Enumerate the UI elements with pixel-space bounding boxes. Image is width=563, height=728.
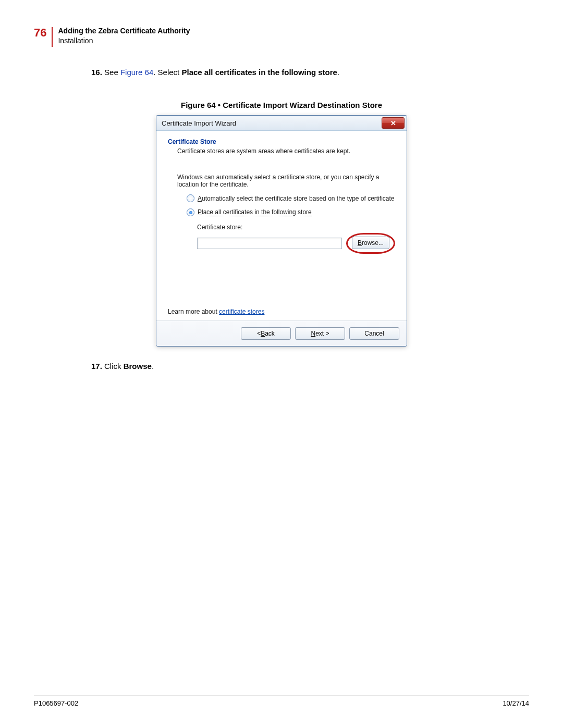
page-footer: P1065697-002 10/27/14 [34, 696, 529, 707]
certificate-store-subtext: Certificate stores are system areas wher… [177, 147, 395, 155]
close-icon: ✕ [390, 119, 396, 127]
next-accel: N [311, 330, 315, 337]
cancel-button[interactable]: Cancel [349, 327, 399, 340]
dialog-title: Certificate Import Wizard [162, 119, 382, 127]
browse-button[interactable]: Browse... [352, 237, 389, 249]
dialog-titlebar: Certificate Import Wizard ✕ [156, 116, 407, 131]
radio-icon-checked [187, 208, 194, 216]
doc-id: P1065697-002 [34, 699, 78, 707]
step-16-end: . [337, 68, 339, 77]
certificate-store-input[interactable] [197, 238, 342, 249]
browse-accel: B [358, 239, 362, 246]
learn-more-link[interactable]: certificate stores [219, 308, 264, 315]
chapter-title: Adding the Zebra Certificate Authority [58, 26, 190, 36]
next-button[interactable]: Next > [295, 327, 345, 340]
step-17-bold: Browse [124, 362, 152, 371]
close-button[interactable]: ✕ [382, 117, 405, 129]
radio-dot-icon [189, 211, 192, 214]
learn-more-row: Learn more about certificate stores [168, 308, 395, 315]
browse-label: rowse... [362, 239, 384, 246]
step-16: 16. See Figure 64. Select Place all cert… [91, 67, 529, 78]
page-number: 76 [34, 26, 46, 40]
step-17-number: 17. [91, 362, 102, 371]
certificate-store-paragraph: Windows can automatically select a certi… [177, 174, 395, 188]
step-16-mid: . Select [153, 68, 181, 77]
certificate-import-wizard-dialog: Certificate Import Wizard ✕ Certificate … [156, 116, 407, 346]
dialog-footer: < Back Next > Cancel [156, 320, 407, 346]
browse-highlight-oval: Browse... [346, 233, 395, 254]
back-button[interactable]: < Back [241, 327, 291, 340]
certificate-store-row: Browse... [197, 233, 395, 254]
section-title: Installation [58, 36, 190, 46]
radio-place-label: lace all certificates in the following s… [202, 208, 312, 216]
header-divider [52, 27, 53, 47]
dialog-body: Certificate Store Certificate stores are… [156, 131, 407, 320]
radio-auto-accel: A [198, 195, 202, 202]
certificate-store-label: Certificate store: [197, 224, 395, 231]
step-17: 17. Click Browse. [91, 362, 529, 371]
header-text: Adding the Zebra Certificate Authority I… [58, 26, 190, 46]
page-header: 76 Adding the Zebra Certificate Authorit… [34, 26, 529, 47]
radio-place-accel: P [198, 208, 202, 216]
radio-auto-select[interactable]: Automatically select the certificate sto… [187, 194, 395, 202]
radio-place-all[interactable]: Place all certificates in the following … [187, 208, 395, 216]
next-rest: ext > [315, 330, 329, 337]
radio-auto-label: utomatically select the certificate stor… [202, 195, 395, 202]
step-16-number: 16. [91, 68, 102, 77]
back-accel: B [261, 330, 265, 337]
step-17-end: . [152, 362, 154, 371]
back-rest: ack [265, 330, 275, 337]
step-17-pre: Click [104, 362, 124, 371]
step-16-pre: See [104, 68, 120, 77]
footer-date: 10/27/14 [503, 699, 529, 707]
certificate-store-heading: Certificate Store [168, 138, 395, 145]
learn-more-pre: Learn more about [168, 308, 219, 315]
radio-icon-unchecked [187, 194, 194, 202]
back-pre: < [257, 330, 261, 337]
step-16-bold: Place all certificates in the following … [181, 68, 337, 77]
figure-caption: Figure 64 • Certificate Import Wizard De… [34, 101, 529, 109]
figure-reference-link[interactable]: Figure 64 [120, 68, 153, 77]
